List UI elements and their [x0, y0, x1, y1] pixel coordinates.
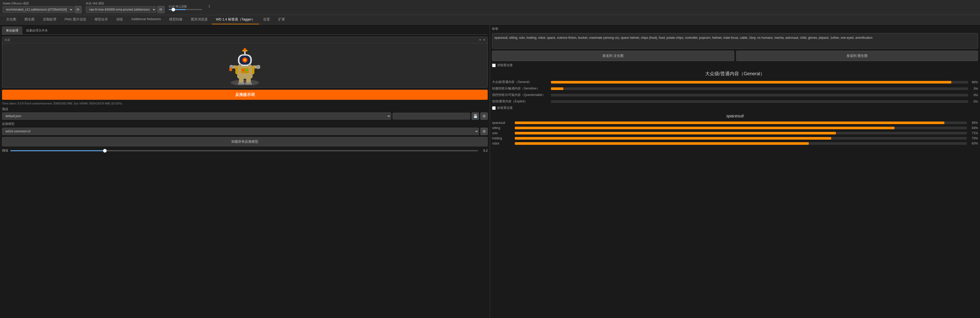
tag-bar-solo: solo 71%: [492, 131, 978, 135]
tab-img2img[interactable]: 图生图: [21, 15, 39, 24]
bar-label-explicit: 色情/露骨内容（Explicit）: [492, 99, 549, 104]
unload-button[interactable]: 卸载所有反推模型: [2, 137, 488, 146]
tab-extras[interactable]: 后期处理: [39, 15, 60, 24]
sd-model-refresh-button[interactable]: ⟳: [75, 6, 82, 13]
main-layout: 单次处理 批量处理文件夹 未源 ✏ ✕: [0, 24, 980, 318]
sub-tab-single[interactable]: 单次处理: [2, 27, 22, 34]
clip-slider[interactable]: [169, 9, 202, 10]
svg-rect-21: [229, 67, 232, 71]
svg-rect-22: [235, 66, 238, 74]
threshold-value: 0.2: [480, 149, 488, 153]
sub-tabs: 单次处理 批量处理文件夹: [2, 27, 488, 35]
edit-icon[interactable]: ✏: [479, 38, 482, 42]
tab-model-merge[interactable]: 模型合并: [91, 15, 112, 24]
rating-checkbox[interactable]: [492, 64, 496, 67]
svg-rect-23: [252, 66, 255, 74]
image-icons: ✏ ✕: [479, 38, 485, 42]
bar-label-questionable: 强烈性暗示/可疑内容（Questionable）: [492, 93, 549, 97]
bar-label-general: 大众级/普通内容（General）: [492, 80, 549, 84]
preset-save-button[interactable]: 💾: [472, 112, 479, 120]
top-bar: Stable Diffusion 模型 revAnimated_v11.safe…: [0, 0, 980, 15]
tab-gallery[interactable]: 图库浏览器: [187, 15, 212, 24]
tag-checkbox[interactable]: [492, 106, 496, 110]
tag-check-label: 标签置信度: [497, 106, 513, 110]
model-section-label: 反推模型: [2, 122, 488, 126]
tab-extensions[interactable]: 扩展: [274, 15, 289, 24]
bar-track-general: [551, 81, 968, 83]
bar-fill-sensitive: [551, 87, 563, 90]
image-source-label: 未源: [5, 38, 10, 42]
tag-pct-holding: 70%: [969, 136, 978, 140]
tag-fill-robot: [515, 142, 809, 145]
tag-section-title: spacesuit: [492, 112, 978, 119]
bar-pct-questionable: 0%: [970, 93, 978, 97]
tag-fill-spacesuit: [515, 121, 944, 124]
preset-label: 预设: [2, 107, 488, 112]
svg-point-16: [246, 69, 248, 71]
vae-model-select-wrap: vae-ft-mse-840000-ema-pruned.safetensors…: [86, 6, 165, 13]
preset-settings-button[interactable]: ⚙: [480, 112, 488, 120]
bar-track-sensitive: [551, 87, 968, 90]
vae-model-refresh-button[interactable]: ⟳: [157, 6, 165, 13]
robot-illustration: [228, 45, 262, 85]
vae-model-label: 外挂 VAE 模型: [86, 2, 165, 5]
sd-model-group: Stable Diffusion 模型 revAnimated_v11.safe…: [3, 2, 82, 13]
bar-track-questionable: [551, 94, 968, 96]
svg-rect-19: [238, 83, 245, 85]
bar-track-explicit: [551, 100, 968, 103]
send-to-img2img-button[interactable]: 发送到 图生图: [736, 51, 978, 61]
sd-model-select[interactable]: revAnimated_v11.safetensors [d725be5d18]: [3, 6, 73, 13]
svg-point-25: [248, 64, 250, 66]
rating-check-label: 评级置信度: [497, 63, 513, 67]
vae-model-group: 外挂 VAE 模型 vae-ft-mse-840000-ema-pruned.s…: [86, 2, 165, 13]
image-drop-area: 未源 ✏ ✕: [2, 37, 488, 88]
tag-bar-robot: robot 65%: [492, 142, 978, 145]
preset-row: default.json 💾 ⚙: [2, 112, 488, 120]
svg-point-15: [242, 69, 244, 71]
tab-settings[interactable]: 设置: [259, 15, 274, 24]
inference-model-select[interactable]: wd14-convnext-v2: [2, 128, 479, 135]
clip-value: 2: [208, 5, 210, 8]
sd-model-select-wrap: revAnimated_v11.safetensors [d725be5d18]…: [3, 6, 82, 13]
threshold-row: 阈值 0.2: [2, 149, 488, 153]
tab-additional-networks[interactable]: Additional Networks: [127, 15, 165, 24]
tags-section-label: 标签: [492, 27, 978, 31]
model-row: wd14-convnext-v2 ⚙: [2, 128, 488, 135]
svg-point-0: [231, 80, 259, 85]
tag-fill-holding: [515, 137, 831, 140]
rating-check: 评级置信度: [492, 63, 978, 67]
send-buttons: 发送到 文生图 发送到 图生图: [492, 51, 978, 61]
send-to-txt2img-button[interactable]: 发送到 文生图: [492, 51, 734, 61]
image-drop-label: 未源 ✏ ✕: [2, 37, 487, 43]
reverse-button[interactable]: 反推提示词: [2, 90, 488, 100]
tag-pct-robot: 65%: [969, 142, 978, 145]
tab-tagger[interactable]: WD 1.4 标签器（Tagger）: [212, 15, 259, 24]
tag-bar-spacesuit: spacesuit 95%: [492, 121, 978, 125]
rating-bar-explicit: 色情/露骨内容（Explicit） 0%: [492, 99, 978, 104]
tag-track-sitting: [515, 127, 967, 129]
preset-select[interactable]: default.json: [2, 112, 391, 120]
bar-pct-explicit: 0%: [970, 100, 978, 104]
clip-group: CLIP 终止层数 2: [169, 5, 210, 10]
threshold-slider[interactable]: [10, 150, 478, 151]
tab-train[interactable]: 训练: [112, 15, 127, 24]
tag-bars: spacesuit 95% sitting 84% solo 71%: [492, 121, 978, 145]
tag-label-robot: robot: [492, 142, 513, 145]
tab-txt2img[interactable]: 文生图: [2, 15, 21, 24]
tag-label-solo: solo: [492, 131, 513, 135]
sub-tab-batch[interactable]: 批量处理文件夹: [22, 27, 52, 34]
tab-png-info[interactable]: PNG 图片信息: [60, 15, 91, 24]
rating-bar-sensitive: 轻微性暗示/敏感内容（Sensitive） 3%: [492, 86, 978, 91]
tag-pct-solo: 71%: [969, 131, 978, 135]
inference-model-settings-button[interactable]: ⚙: [480, 128, 488, 135]
tag-fill-solo: [515, 132, 836, 134]
sd-model-label: Stable Diffusion 模型: [3, 2, 82, 5]
close-icon[interactable]: ✕: [483, 38, 485, 42]
svg-point-6: [244, 59, 246, 61]
right-panel: 标签 spacesuit, sitting, solo, holding, ro…: [490, 24, 980, 318]
tab-model-convert[interactable]: 模型转换: [165, 15, 187, 24]
preset-text-input[interactable]: [393, 113, 470, 120]
threshold-label: 阈值: [2, 149, 8, 153]
svg-point-24: [240, 64, 241, 66]
vae-model-select[interactable]: vae-ft-mse-840000-ema-pruned.safetensors: [86, 6, 156, 13]
